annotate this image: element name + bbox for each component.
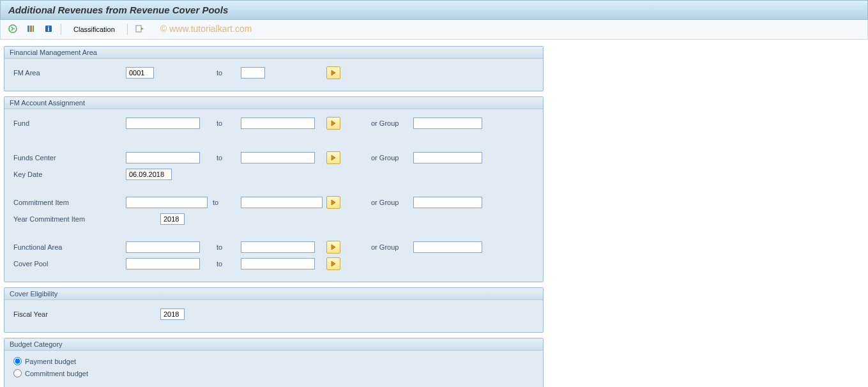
- svg-text:i: i: [48, 26, 50, 33]
- functional-area-to-input[interactable]: [241, 241, 315, 253]
- svg-rect-2: [27, 26, 29, 32]
- funds-center-label: Funds Center: [13, 154, 126, 162]
- svg-point-1: [13, 28, 15, 29]
- fund-group-input[interactable]: [413, 118, 482, 129]
- group-body: FM Area to: [4, 59, 543, 91]
- arrow-right-icon: [330, 259, 337, 269]
- commitment-item-input[interactable]: [126, 197, 208, 208]
- year-commitment-item-label: Year Commitment Item: [13, 215, 160, 223]
- to-label: to: [211, 154, 241, 162]
- cover-pool-input[interactable]: [126, 258, 200, 269]
- row-cover-pool: Cover Pool to: [13, 256, 534, 271]
- to-label: to: [211, 199, 241, 206]
- page-title: Additional Revenues from Revenue Cover P…: [8, 4, 228, 15]
- commitment-item-label: Commitment Item: [13, 199, 126, 206]
- row-funds-center: Funds Center to or Group: [13, 150, 534, 165]
- functional-area-label: Functional Area: [13, 243, 126, 251]
- fund-label: Fund: [13, 119, 126, 127]
- dynamic-selections-button[interactable]: [133, 22, 147, 36]
- execute-button[interactable]: [6, 22, 20, 36]
- group-body: Fund to or Group Funds Center to: [4, 109, 543, 282]
- arrow-right-icon: [330, 198, 337, 208]
- page-title-bar: Additional Revenues from Revenue Cover P…: [0, 0, 868, 20]
- or-group-label: or Group: [365, 243, 413, 251]
- group-title: Cover Eligibility: [4, 288, 543, 300]
- group-financial-management-area: Financial Management Area FM Area to: [4, 46, 544, 91]
- row-fiscal-year: Fiscal Year: [13, 307, 534, 322]
- classification-button[interactable]: Classification: [66, 23, 122, 36]
- arrow-right-icon: [330, 119, 337, 128]
- key-date-input[interactable]: [126, 169, 172, 180]
- svg-rect-4: [33, 26, 34, 32]
- commitment-item-multi-select-button[interactable]: [326, 196, 340, 209]
- radio-commitment-budget-row: Commitment budget: [13, 369, 534, 377]
- row-year-commitment-item: Year Commitment Item: [13, 211, 534, 227]
- payment-budget-label[interactable]: Payment budget: [25, 358, 76, 365]
- toolbar-separator: [61, 24, 61, 35]
- svg-rect-3: [30, 26, 32, 32]
- or-group-label: or Group: [365, 154, 413, 162]
- funds-center-group-input[interactable]: [413, 152, 482, 163]
- commitment-item-group-input[interactable]: [413, 197, 482, 208]
- funds-center-multi-select-button[interactable]: [326, 151, 340, 164]
- fm-area-label: FM Area: [13, 69, 126, 77]
- group-title: Budget Category: [4, 338, 543, 351]
- selection-icon: [135, 24, 144, 35]
- content-area: Financial Management Area FM Area to: [0, 40, 868, 387]
- variant-icon: [26, 24, 35, 35]
- toolbar-separator: [127, 24, 128, 35]
- commitment-budget-radio[interactable]: [13, 369, 22, 377]
- application-toolbar: i Classification © www.tutorialkart.com: [0, 20, 868, 40]
- funds-center-to-input[interactable]: [241, 152, 315, 163]
- radio-payment-budget-row: Payment budget: [13, 357, 534, 365]
- to-label: to: [211, 69, 241, 77]
- fund-input[interactable]: [126, 118, 200, 129]
- row-functional-area: Functional Area to or Group: [13, 239, 534, 255]
- to-label: to: [211, 119, 241, 127]
- variant-button[interactable]: [24, 22, 38, 36]
- arrow-right-icon: [330, 153, 337, 163]
- watermark-text: © www.tutorialkart.com: [160, 24, 252, 34]
- fund-to-input[interactable]: [241, 118, 315, 129]
- key-date-label: Key Date: [13, 171, 126, 178]
- functional-area-group-input[interactable]: [413, 241, 482, 253]
- row-commitment-item: Commitment Item to or Group: [13, 195, 534, 210]
- fiscal-year-label: Fiscal Year: [13, 310, 160, 318]
- functional-area-multi-select-button[interactable]: [326, 241, 340, 254]
- group-cover-eligibility: Cover Eligibility Fiscal Year: [4, 287, 544, 333]
- info-button[interactable]: i: [42, 22, 56, 36]
- cover-pool-label: Cover Pool: [13, 260, 126, 268]
- functional-area-input[interactable]: [126, 241, 200, 253]
- to-label: to: [211, 243, 241, 251]
- fm-area-multi-select-button[interactable]: [326, 66, 340, 79]
- row-fund: Fund to or Group: [13, 116, 534, 131]
- or-group-label: or Group: [365, 119, 413, 127]
- cover-pool-multi-select-button[interactable]: [326, 257, 340, 270]
- cover-pool-to-input[interactable]: [241, 258, 315, 269]
- group-body: Payment budget Commitment budget: [4, 351, 543, 387]
- classification-label: Classification: [73, 26, 115, 33]
- group-title: FM Account Assignment: [4, 97, 543, 109]
- funds-center-input[interactable]: [126, 152, 200, 163]
- fund-multi-select-button[interactable]: [326, 117, 340, 130]
- year-commitment-item-input[interactable]: [160, 213, 185, 225]
- payment-budget-radio[interactable]: [13, 357, 22, 365]
- fiscal-year-input[interactable]: [160, 308, 185, 320]
- info-icon: i: [44, 24, 53, 35]
- fm-area-input[interactable]: [126, 67, 154, 79]
- to-label: to: [211, 260, 241, 268]
- commitment-item-to-input[interactable]: [241, 197, 323, 208]
- svg-rect-7: [136, 26, 141, 32]
- row-key-date: Key Date: [13, 167, 534, 182]
- group-budget-category: Budget Category Payment budget Commitmen…: [4, 338, 544, 387]
- row-fm-area: FM Area to: [13, 65, 534, 80]
- execute-icon: [8, 24, 17, 35]
- or-group-label: or Group: [365, 199, 413, 206]
- fm-area-to-input[interactable]: [241, 67, 265, 79]
- group-fm-account-assignment: FM Account Assignment Fund to or Group: [4, 96, 544, 282]
- group-title: Financial Management Area: [4, 47, 543, 59]
- arrow-right-icon: [330, 68, 337, 78]
- arrow-right-icon: [330, 243, 337, 252]
- group-body: Fiscal Year: [4, 300, 543, 332]
- commitment-budget-label[interactable]: Commitment budget: [25, 370, 88, 377]
